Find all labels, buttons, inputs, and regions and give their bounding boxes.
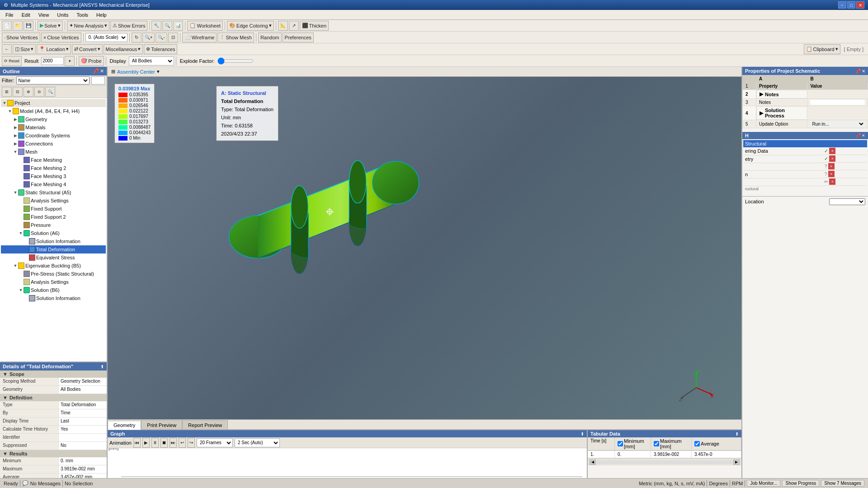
various-icons-3[interactable]: 📊 bbox=[173, 21, 183, 31]
worksheet-button[interactable]: 📋 Worksheet bbox=[187, 21, 222, 31]
tab-geometry[interactable]: Geometry bbox=[108, 421, 141, 430]
fit-btn[interactable]: ⊡ bbox=[168, 33, 178, 42]
toggle[interactable]: ▶ bbox=[13, 124, 18, 131]
tree-solution-b6[interactable]: ▼ Solution (B6) bbox=[1, 286, 106, 294]
probe-button[interactable]: 🎯 Probe bbox=[79, 56, 104, 66]
explode-slider[interactable] bbox=[217, 57, 254, 65]
tree-equiv-stress[interactable]: ▶ Equivalent Stress bbox=[1, 253, 106, 262]
right-panel-pin[interactable]: 📌 bbox=[855, 69, 861, 74]
frames-dropdown[interactable]: 20 Frames bbox=[197, 438, 233, 447]
menu-file[interactable]: File bbox=[2, 11, 17, 19]
scope-section-header[interactable]: ▼ Scope bbox=[0, 371, 107, 378]
filter-dropdown[interactable]: Name bbox=[16, 76, 90, 84]
tabular-expand-btn[interactable]: ⬆ bbox=[735, 432, 739, 436]
tree-prestress[interactable]: ▶ Pre-Stress (Static Structural) bbox=[1, 270, 106, 278]
new-btn[interactable]: 📄 bbox=[2, 21, 12, 31]
tree-materials[interactable]: ▶ Materials bbox=[1, 123, 106, 131]
random-button[interactable]: Random bbox=[258, 33, 282, 42]
col-avg-checkbox[interactable] bbox=[694, 441, 700, 446]
col-avg[interactable]: Average bbox=[692, 437, 741, 450]
new-analysis-button[interactable]: ✦ New Analysis ▾ bbox=[67, 21, 109, 31]
tree-connections[interactable]: ▶ Connections bbox=[1, 140, 106, 148]
small-pin[interactable]: 📌 bbox=[856, 133, 861, 138]
maximize-button[interactable]: □ bbox=[847, 1, 855, 9]
tree-fixed-support[interactable]: ▶ Fixed Support bbox=[1, 205, 106, 213]
anim-back-btn[interactable]: ⏮ bbox=[133, 438, 141, 448]
anim-pause-btn[interactable]: ⏸ bbox=[151, 438, 159, 448]
tree-face-mesh-2[interactable]: ▶ Face Meshing 2 bbox=[1, 164, 106, 172]
outline-close-btn[interactable]: ✕ bbox=[100, 68, 104, 74]
small-close[interactable]: ✕ bbox=[862, 133, 865, 138]
details-expand-btn[interactable]: ⬆ bbox=[100, 364, 104, 369]
various-icons-2[interactable]: 🔍 bbox=[162, 21, 172, 31]
toggle[interactable]: ▼ bbox=[13, 148, 18, 155]
menu-tools[interactable]: Tools bbox=[73, 11, 92, 19]
misc-button[interactable]: Miscellaneous ▾ bbox=[104, 44, 143, 54]
menu-view[interactable]: View bbox=[35, 11, 53, 19]
tree-collapse-btn[interactable]: ⊟ bbox=[13, 87, 23, 97]
col-min[interactable]: Minimum [mm] bbox=[615, 437, 651, 450]
speed-dropdown[interactable]: 2 Sec (Auto) bbox=[235, 438, 280, 447]
toggle[interactable]: ▼ bbox=[13, 262, 18, 269]
edge-coloring-button[interactable]: 🎨 Edge Coloring ▾ bbox=[227, 21, 274, 31]
tree-collapse-all-btn[interactable]: ⊖ bbox=[34, 87, 44, 97]
graph-expand-btn[interactable]: ⬆ bbox=[580, 432, 584, 436]
clipboard-button[interactable]: 📋 Clipboard ▾ bbox=[804, 44, 840, 54]
open-btn[interactable]: 📁 bbox=[13, 21, 23, 31]
h-n-btn[interactable]: × bbox=[828, 171, 835, 177]
location-select[interactable] bbox=[829, 198, 865, 205]
row-2-expand[interactable]: ▶ bbox=[760, 91, 763, 97]
close-button[interactable]: ✕ bbox=[856, 1, 864, 9]
show-progress-button[interactable]: Show Progress bbox=[782, 480, 819, 487]
various-icons-5[interactable]: ↗ bbox=[289, 21, 299, 31]
location-button[interactable]: 📍 Location ▾ bbox=[37, 44, 71, 54]
tree-solution-info-b6[interactable]: ▶ Solution Information bbox=[1, 294, 106, 302]
col-max[interactable]: Maximum [mm] bbox=[651, 437, 692, 450]
tree-pressure[interactable]: ▶ Pressure bbox=[1, 221, 106, 229]
anim-fwd-btn[interactable]: ⏭ bbox=[170, 438, 177, 448]
tree-expand-all-btn[interactable]: ⊕ bbox=[24, 87, 33, 97]
result-more-btn[interactable]: ▾ bbox=[65, 56, 75, 66]
h-eng-btn[interactable]: × bbox=[829, 148, 835, 154]
h-geo-btn[interactable]: × bbox=[829, 155, 835, 162]
tolerances-button[interactable]: ⊕ Tolerances bbox=[144, 44, 177, 54]
right-panel-close[interactable]: ✕ bbox=[862, 69, 865, 74]
col-max-checkbox[interactable] bbox=[654, 441, 659, 446]
scroll-track[interactable] bbox=[597, 460, 732, 464]
toggle[interactable]: ▼ bbox=[18, 230, 24, 237]
solve-button[interactable]: ▶ Solve ▾ bbox=[38, 21, 63, 31]
tree-fixed-support-2[interactable]: ▶ Fixed Support 2 bbox=[1, 213, 106, 221]
h-edit-btn[interactable]: × bbox=[829, 178, 835, 185]
tree-analysis-settings[interactable]: ▶ Analysis Settings bbox=[1, 197, 106, 205]
tree-face-mesh-3[interactable]: ▶ Face Meshing 3 bbox=[1, 172, 106, 180]
preferences-button[interactable]: Preferences bbox=[283, 33, 314, 42]
size-button[interactable]: ◫ Size ▾ bbox=[13, 44, 36, 54]
tree-geometry[interactable]: ▶ Geometry bbox=[1, 115, 106, 123]
tab-print-preview[interactable]: Print Preview bbox=[141, 420, 182, 429]
tree-analysis-b5[interactable]: ▶ Analysis Settings bbox=[1, 278, 106, 286]
scroll-right-btn[interactable]: ▶ bbox=[733, 460, 740, 465]
back-btn[interactable]: ← bbox=[2, 44, 12, 54]
show-messages-button[interactable]: Show 7 Messages bbox=[821, 480, 864, 487]
filter-input[interactable] bbox=[91, 76, 105, 84]
tree-static-struct[interactable]: ▼ Static Structural (A5) bbox=[1, 188, 106, 197]
thicken-button[interactable]: ⬛ Thicken bbox=[300, 21, 329, 31]
toggle[interactable]: ▼ bbox=[7, 108, 13, 115]
tree-project[interactable]: ▼ Project bbox=[1, 99, 106, 107]
result-input[interactable] bbox=[41, 57, 64, 65]
notes-input[interactable] bbox=[810, 100, 865, 105]
menu-edit[interactable]: Edit bbox=[18, 11, 34, 19]
tree-model[interactable]: ▼ Model (A4, B4, E4, F4, H4) bbox=[1, 107, 106, 115]
close-vertices-button[interactable]: × Close Vertices bbox=[41, 33, 81, 42]
toggle[interactable]: ▼ bbox=[13, 189, 18, 196]
minimize-button[interactable]: − bbox=[838, 1, 846, 9]
menu-help[interactable]: Help bbox=[93, 11, 110, 19]
anim-fwd2-btn[interactable]: ↪ bbox=[188, 438, 195, 448]
h-q-btn[interactable]: × bbox=[828, 163, 835, 169]
reset-btn[interactable]: ⟳ Reset bbox=[2, 56, 22, 66]
row-5-b[interactable]: Run in... bbox=[807, 120, 868, 128]
zoom-out-btn[interactable]: 🔍- bbox=[156, 33, 167, 42]
tree-coord-sys[interactable]: ▶ Coordinate Systems bbox=[1, 131, 106, 140]
tree-solution-info[interactable]: ▶ Solution Information bbox=[1, 237, 106, 245]
show-vertices-button[interactable]: · Show Vertices bbox=[2, 33, 40, 42]
